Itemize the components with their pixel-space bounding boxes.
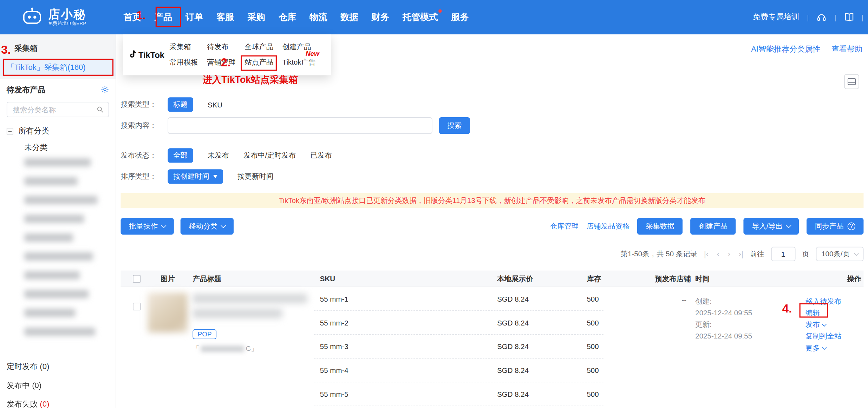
headset-icon[interactable] [817, 12, 827, 22]
warehouse-manage-link[interactable]: 仓库管理 [550, 221, 579, 231]
question-circle-icon: ? [848, 223, 855, 230]
collect-data-button[interactable]: 采集数据 [637, 218, 683, 235]
nav-managed-mode[interactable]: 托管模式 [396, 0, 445, 34]
nav-finance[interactable]: 财务 [365, 0, 396, 34]
new-badge: New [306, 50, 319, 58]
dropdown-item-pending[interactable]: 待发布 [207, 42, 244, 52]
nav-customer-service[interactable]: 客服 [210, 0, 241, 34]
panel-toggle-button[interactable] [844, 74, 859, 89]
sync-product-button[interactable]: 同步产品? [807, 218, 863, 235]
nav-right-area: 免费专属培训 | | | [753, 12, 863, 22]
tree-node-all-categories[interactable]: 所有分类 [7, 126, 49, 136]
action-move-to-pending[interactable]: 移入待发布 [805, 297, 841, 305]
product-image-cell [143, 287, 193, 406]
col-title: 产品标题 [192, 274, 314, 283]
sidebar-item-tiktok-collect-box[interactable]: 「TikTok」采集箱(160) [0, 59, 116, 76]
dropdown-item-marketing[interactable]: 营销管理 [207, 58, 244, 67]
nav-services[interactable]: 服务 [444, 0, 475, 34]
free-training-link[interactable]: 免费专属培训 [753, 12, 799, 22]
pager-arrows: |‹ ‹ › ›| [704, 250, 743, 258]
sidebar-item-publishing[interactable]: 发布中 (0) [7, 381, 41, 390]
sort-by-created-chip[interactable]: 按创建时间 [168, 169, 223, 184]
gear-icon[interactable] [101, 85, 109, 95]
products-table: 图片 产品标题 SKU 本地展示价 库存 预发布店铺 时间 操作 POP 「 [121, 271, 864, 406]
product-title-cell: POP 「 G」 [192, 287, 314, 406]
col-image: 图片 [143, 274, 193, 283]
goto-page-input[interactable] [771, 247, 795, 261]
action-publish[interactable]: 发布 [805, 320, 820, 329]
import-export-button[interactable]: 导入/导出 [744, 218, 799, 235]
status-all-chip[interactable]: 全部 [168, 148, 193, 163]
sidebar-item-failed[interactable]: 发布失败 (0) [7, 400, 49, 408]
search-button[interactable]: 搜索 [439, 117, 470, 134]
nav-logistics[interactable]: 物流 [303, 0, 334, 34]
sort-by-updated-option[interactable]: 按更新时间 [237, 172, 273, 182]
status-unpublished-option[interactable]: 未发布 [208, 151, 229, 160]
col-sku: SKU [314, 275, 491, 283]
status-published-option[interactable]: 已发布 [310, 151, 332, 160]
nav-warehouse[interactable]: 仓库 [272, 0, 303, 34]
header-links: AI智能推荐分类属性 查看帮助 [751, 44, 862, 54]
nav-home[interactable]: 首页 [117, 0, 148, 34]
search-type-title-chip[interactable]: 标题 [168, 97, 193, 112]
search-icon[interactable] [96, 106, 104, 115]
col-actions: 操作 [800, 274, 863, 283]
dropdown-item-site-products[interactable]: 站点产品 [245, 58, 282, 67]
nav-purchasing[interactable]: 采购 [241, 0, 272, 34]
blurred-title-line [192, 294, 307, 303]
action-edit[interactable]: 编辑 [805, 309, 820, 317]
view-help-link[interactable]: 查看帮助 [831, 44, 862, 54]
nav-separator: | [862, 13, 863, 21]
page-size-select[interactable]: 100条/页 [816, 247, 863, 261]
caret-down-icon [213, 175, 218, 178]
dropdown-item-tiktok-ads[interactable]: Tiktok广告 [282, 58, 329, 67]
toolbar-right: 仓库管理 店铺发品资格 采集数据 创建产品 导入/导出 同步产品? [550, 218, 863, 235]
batch-actions-button[interactable]: 批量操作 [121, 218, 174, 235]
nav-orders[interactable]: 订单 [179, 0, 210, 34]
create-product-button[interactable]: 创建产品 [691, 218, 736, 235]
help-book-icon[interactable] [844, 12, 854, 22]
actions-cell: 移入待发布 编辑 发布 复制到全站 更多 [800, 287, 863, 406]
search-content-input[interactable] [168, 117, 432, 134]
main-content: AI智能推荐分类属性 查看帮助 搜索类型： 标题 SKU 搜索内容： 搜索 发布… [117, 34, 868, 408]
search-type-sku-option[interactable]: SKU [208, 100, 222, 109]
main-nav: 首页 产品 订单 客服 采购 仓库 物流 数据 财务 托管模式 服务 [117, 0, 476, 34]
dropdown-item-common-templates[interactable]: 常用模板 [169, 58, 207, 67]
category-search-input[interactable] [7, 102, 109, 117]
col-time: 时间 [691, 274, 800, 283]
logo[interactable]: 店小秘 免费跨境电商ERP [21, 7, 86, 28]
row-checkbox[interactable] [133, 302, 141, 310]
tree-node-uncategorized[interactable]: 未分类 [24, 143, 47, 153]
shop-qualification-link[interactable]: 店铺发品资格 [586, 221, 629, 231]
nav-data[interactable]: 数据 [334, 0, 365, 34]
sku-subrow: 55 mm-3 SGD 8.24 500 [314, 335, 603, 358]
nav-separator: | [807, 13, 809, 21]
sidebar-pending-products[interactable]: 待发布产品 [7, 85, 109, 95]
nav-products[interactable]: 产品 [148, 0, 179, 34]
dropdown-item-collect-box[interactable]: 采集箱 [169, 42, 207, 52]
action-more[interactable]: 更多 [805, 344, 820, 352]
search-type-row: 搜索类型： 标题 SKU [121, 96, 223, 113]
action-copy-all-sites[interactable]: 复制到全站 [805, 332, 841, 341]
ai-recommend-link[interactable]: AI智能推荐分类属性 [751, 44, 820, 54]
sidebar-item-scheduled[interactable]: 定时发布 (0) [7, 362, 49, 372]
status-publishing-option[interactable]: 发布中/定时发布 [243, 151, 296, 160]
dropdown-item-global-products[interactable]: 全球产品 [245, 42, 282, 52]
record-summary: 第1-50条，共 50 条记录 [621, 249, 698, 259]
select-all-checkbox[interactable] [133, 275, 141, 283]
blurred-category-list [24, 158, 97, 336]
move-category-button[interactable]: 移动分类 [181, 218, 234, 235]
logo-subtitle: 免费跨境电商ERP [48, 20, 86, 26]
app-window: 店小秘 免费跨境电商ERP 首页 产品 订单 客服 采购 仓库 物流 数据 财务… [0, 0, 868, 408]
col-price: 本地展示价 [491, 274, 580, 283]
pre-publish-shop-cell: -- [603, 287, 691, 406]
next-page-button[interactable]: › [728, 250, 730, 258]
prev-page-button[interactable]: ‹ [717, 250, 719, 258]
search-type-label: 搜索类型： [121, 100, 168, 110]
last-page-button[interactable]: ›| [739, 250, 743, 258]
publish-status-label: 发布状态： [121, 151, 168, 160]
first-page-button[interactable]: |‹ [704, 250, 709, 258]
collapse-minus-icon[interactable] [7, 128, 13, 134]
chevron-down-icon [854, 251, 859, 255]
col-shop: 预发布店铺 [603, 274, 691, 283]
